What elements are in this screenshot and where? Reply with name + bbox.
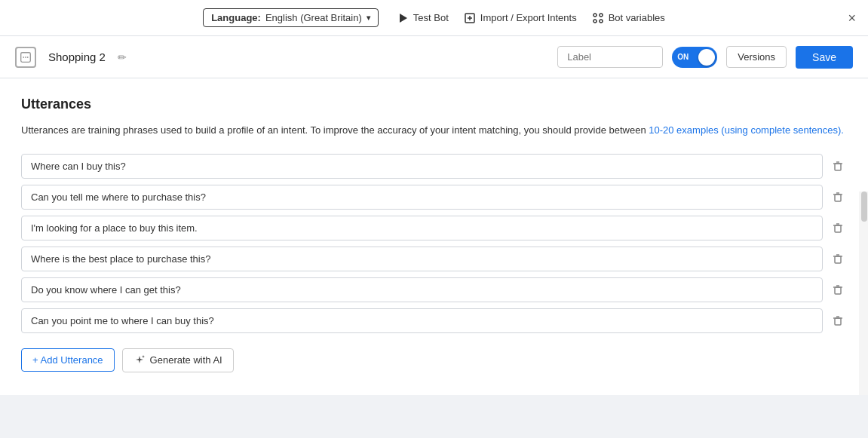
utterance-box: [21, 185, 823, 210]
utterance-box: [21, 308, 823, 333]
svg-rect-24: [835, 287, 841, 294]
utterance-input[interactable]: [22, 309, 822, 332]
generate-ai-button[interactable]: Generate with AI: [122, 348, 234, 372]
delete-utterance-button[interactable]: [829, 157, 847, 175]
language-label: Language:: [211, 12, 261, 23]
edit-icon[interactable]: ✏: [118, 51, 127, 63]
utterance-input[interactable]: [22, 216, 822, 240]
delete-utterance-button[interactable]: [829, 311, 847, 329]
versions-button[interactable]: Versions: [726, 46, 787, 68]
language-selector[interactable]: Language: English (Great Britain) ▾: [203, 8, 379, 27]
play-icon: [397, 12, 409, 24]
svg-rect-15: [835, 194, 841, 201]
svg-point-4: [593, 14, 597, 17]
utterance-row: [21, 277, 847, 302]
toggle-on-label: ON: [677, 53, 689, 61]
import-export-button[interactable]: Import / Export Intents: [464, 12, 577, 24]
utterance-row: [21, 185, 847, 210]
second-bar: Shopping 2 ✏ ON Versions Save: [0, 36, 868, 78]
section-title: Utterances: [21, 96, 847, 112]
main-content: Utterances Utterances are training phras…: [0, 78, 868, 395]
sparkle-icon: [133, 354, 146, 366]
language-value: English (Great Britain): [265, 12, 362, 23]
delete-utterance-button[interactable]: [829, 250, 847, 268]
trash-icon: [832, 222, 844, 234]
info-text-prefix: Utterances are training phrases used to …: [21, 124, 649, 136]
generate-ai-label: Generate with AI: [150, 354, 222, 366]
utterance-input[interactable]: [22, 185, 822, 209]
svg-point-5: [600, 14, 603, 17]
utterance-list: [21, 154, 847, 333]
bot-variables-label: Bot variables: [609, 12, 665, 23]
bot-variables-icon: [592, 12, 604, 24]
info-text: Utterances are training phrases used to …: [21, 123, 847, 139]
scroll-thumb: [861, 191, 867, 222]
svg-point-7: [600, 20, 603, 23]
trash-icon: [832, 191, 844, 203]
bot-name: Shopping 2: [48, 51, 106, 63]
delete-utterance-button[interactable]: [829, 188, 847, 206]
chevron-down-icon: ▾: [367, 14, 370, 22]
utterance-input[interactable]: [22, 247, 822, 271]
utterance-box: [21, 154, 823, 179]
utterance-input[interactable]: [22, 155, 822, 178]
utterance-box: [21, 247, 823, 271]
test-bot-label: Test Bot: [413, 12, 449, 23]
utterance-row: [21, 216, 847, 240]
utterance-row: [21, 154, 847, 179]
utterance-row: [21, 308, 847, 333]
toggle-switch[interactable]: ON: [672, 47, 717, 68]
top-bar: Language: English (Great Britain) ▾ Test…: [0, 0, 868, 36]
label-input[interactable]: [557, 46, 663, 68]
utterance-row: [21, 247, 847, 271]
import-export-icon: [464, 12, 476, 24]
bot-variables-button[interactable]: Bot variables: [592, 12, 665, 24]
svg-marker-0: [400, 14, 407, 23]
delete-utterance-button[interactable]: [829, 219, 847, 237]
add-utterance-button[interactable]: + Add Utterance: [21, 348, 115, 372]
trash-icon: [832, 160, 844, 172]
delete-utterance-button[interactable]: [829, 280, 847, 299]
import-export-label: Import / Export Intents: [480, 12, 577, 23]
test-bot-button[interactable]: Test Bot: [397, 12, 449, 24]
svg-rect-12: [835, 164, 841, 170]
info-text-highlight: 10-20 examples (using complete sentences…: [649, 124, 844, 136]
bot-icon: [15, 47, 36, 68]
save-button[interactable]: Save: [796, 46, 853, 69]
utterance-box: [21, 216, 823, 240]
bottom-actions: + Add Utterance Generate with AI: [21, 348, 847, 372]
close-button[interactable]: ×: [848, 11, 856, 25]
trash-icon: [832, 253, 844, 265]
trash-icon: [832, 314, 844, 326]
svg-rect-27: [835, 318, 841, 325]
svg-rect-21: [835, 256, 841, 263]
second-bar-right: ON Versions Save: [557, 46, 853, 69]
svg-point-6: [593, 20, 597, 23]
utterance-input[interactable]: [22, 278, 822, 302]
utterance-box: [21, 277, 823, 302]
toggle-knob: [698, 49, 715, 66]
top-bar-actions: Test Bot Import / Export Intents Bot var…: [397, 12, 665, 24]
trash-icon: [832, 283, 844, 296]
scrollbar[interactable]: [859, 191, 868, 395]
svg-rect-18: [835, 225, 841, 232]
